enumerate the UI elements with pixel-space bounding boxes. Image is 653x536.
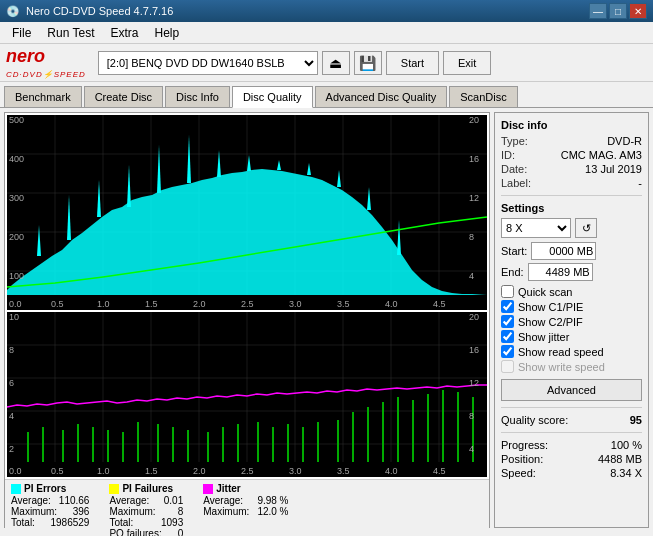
right-panel: Disc info Type: DVD-R ID: CMC MAG. AM3 D… (494, 112, 649, 528)
pi-errors-total-label: Total: (11, 517, 35, 528)
tab-advanced-disc-quality[interactable]: Advanced Disc Quality (315, 86, 448, 107)
tab-disc-quality[interactable]: Disc Quality (232, 86, 313, 108)
pi-errors-color-box (11, 484, 21, 494)
quality-score-label: Quality score: (501, 414, 568, 426)
svg-text:0.0: 0.0 (9, 299, 22, 309)
start-button[interactable]: Start (386, 51, 439, 75)
start-mb-row: Start: (501, 242, 642, 260)
pi-failures-total-label: Total: (109, 517, 133, 528)
svg-rect-53 (137, 422, 139, 462)
jitter-legend: Jitter Average: 9.98 % Maximum: 12.0 % (203, 483, 288, 536)
nero-logo: nero (6, 46, 45, 66)
menu-run-test[interactable]: Run Test (39, 24, 102, 42)
quick-scan-checkbox[interactable] (501, 285, 514, 298)
nero-sub-logo: CD·DVD⚡SPEED (6, 70, 86, 79)
disc-date-row: Date: 13 Jul 2019 (501, 163, 642, 175)
jitter-avg-value: 9.98 % (257, 495, 288, 506)
svg-text:6: 6 (9, 378, 14, 388)
disc-date-label: Date: (501, 163, 527, 175)
bottom-chart-svg: 10 8 6 4 2 20 16 12 8 4 0.0 0.5 1.0 1.5 … (7, 312, 487, 477)
svg-text:3.0: 3.0 (289, 299, 302, 309)
show-write-speed-row: Show write speed (501, 360, 642, 373)
svg-text:2.0: 2.0 (193, 466, 206, 476)
pi-failures-color-box (109, 484, 119, 494)
show-c2-pif-row: Show C2/PIF (501, 315, 642, 328)
svg-text:4.5: 4.5 (433, 299, 446, 309)
divider-2 (501, 407, 642, 408)
svg-text:4.0: 4.0 (385, 299, 398, 309)
pi-errors-avg-value: 110.66 (59, 495, 90, 506)
start-mb-input[interactable] (531, 242, 596, 260)
svg-text:4: 4 (469, 271, 474, 281)
close-button[interactable]: ✕ (629, 3, 647, 19)
svg-text:0.5: 0.5 (51, 299, 64, 309)
tab-disc-info[interactable]: Disc Info (165, 86, 230, 107)
svg-text:16: 16 (469, 345, 479, 355)
disc-info-header: Disc info (501, 119, 642, 131)
start-mb-label: Start: (501, 245, 527, 257)
show-jitter-checkbox[interactable] (501, 330, 514, 343)
divider-3 (501, 432, 642, 433)
svg-rect-54 (157, 424, 159, 462)
pi-errors-title: PI Errors (24, 483, 66, 494)
svg-text:3.5: 3.5 (337, 466, 350, 476)
svg-text:1.5: 1.5 (145, 466, 158, 476)
svg-rect-71 (427, 394, 429, 462)
position-value: 4488 MB (598, 453, 642, 465)
jitter-max-label: Maximum: (203, 506, 249, 517)
maximize-button[interactable]: □ (609, 3, 627, 19)
svg-text:10: 10 (9, 312, 19, 322)
tab-create-disc[interactable]: Create Disc (84, 86, 163, 107)
save-icon-button[interactable]: 💾 (354, 51, 382, 75)
menu-file[interactable]: File (4, 24, 39, 42)
top-chart-svg: 500 400 300 200 100 20 16 12 8 4 0.0 0.5… (7, 115, 487, 310)
pi-failures-legend: PI Failures Average: 0.01 Maximum: 8 Tot… (109, 483, 183, 536)
refresh-icon-button[interactable]: ↺ (575, 218, 597, 238)
svg-text:1.0: 1.0 (97, 299, 110, 309)
titlebar-controls: — □ ✕ (589, 3, 647, 19)
menu-extra[interactable]: Extra (102, 24, 146, 42)
show-c2-pif-checkbox[interactable] (501, 315, 514, 328)
show-c1-pie-checkbox[interactable] (501, 300, 514, 313)
nero-logo-area: nero CD·DVD⚡SPEED (6, 46, 86, 79)
minimize-button[interactable]: — (589, 3, 607, 19)
svg-text:8: 8 (9, 345, 14, 355)
tab-benchmark[interactable]: Benchmark (4, 86, 82, 107)
show-c1-pie-row: Show C1/PIE (501, 300, 642, 313)
show-write-speed-label: Show write speed (518, 361, 605, 373)
progress-row: Progress: 100 % (501, 439, 642, 451)
speed-label: Speed: (501, 467, 536, 479)
position-row: Position: 4488 MB (501, 453, 642, 465)
svg-text:500: 500 (9, 115, 24, 125)
tab-scandisc[interactable]: ScanDisc (449, 86, 517, 107)
eject-icon-button[interactable]: ⏏ (322, 51, 350, 75)
menubar: File Run Test Extra Help (0, 22, 653, 44)
pi-failures-avg-label: Average: (109, 495, 149, 506)
svg-text:0.5: 0.5 (51, 466, 64, 476)
menu-help[interactable]: Help (147, 24, 188, 42)
svg-text:4: 4 (469, 444, 474, 454)
svg-rect-58 (222, 427, 224, 462)
position-label: Position: (501, 453, 543, 465)
po-failures-value: 0 (178, 528, 184, 536)
disc-label-row: Label: - (501, 177, 642, 189)
bottom-chart: 10 8 6 4 2 20 16 12 8 4 0.0 0.5 1.0 1.5 … (7, 312, 487, 477)
jitter-max-value: 12.0 % (257, 506, 288, 517)
svg-rect-47 (42, 427, 44, 462)
drive-selector[interactable]: [2:0] BENQ DVD DD DW1640 BSLB (98, 51, 318, 75)
end-mb-label: End: (501, 266, 524, 278)
svg-text:12: 12 (469, 378, 479, 388)
svg-text:0.0: 0.0 (9, 466, 22, 476)
settings-header: Settings (501, 202, 642, 214)
show-write-speed-checkbox[interactable] (501, 360, 514, 373)
advanced-button[interactable]: Advanced (501, 379, 642, 401)
end-mb-input[interactable] (528, 263, 593, 281)
pi-failures-max-label: Maximum: (109, 506, 155, 517)
speed-selector[interactable]: 8 X 4 X 12 X 16 X (501, 218, 571, 238)
svg-text:100: 100 (9, 271, 24, 281)
show-read-speed-checkbox[interactable] (501, 345, 514, 358)
exit-button[interactable]: Exit (443, 51, 491, 75)
svg-text:2.5: 2.5 (241, 299, 254, 309)
pi-errors-avg-label: Average: (11, 495, 51, 506)
disc-id-value: CMC MAG. AM3 (561, 149, 642, 161)
